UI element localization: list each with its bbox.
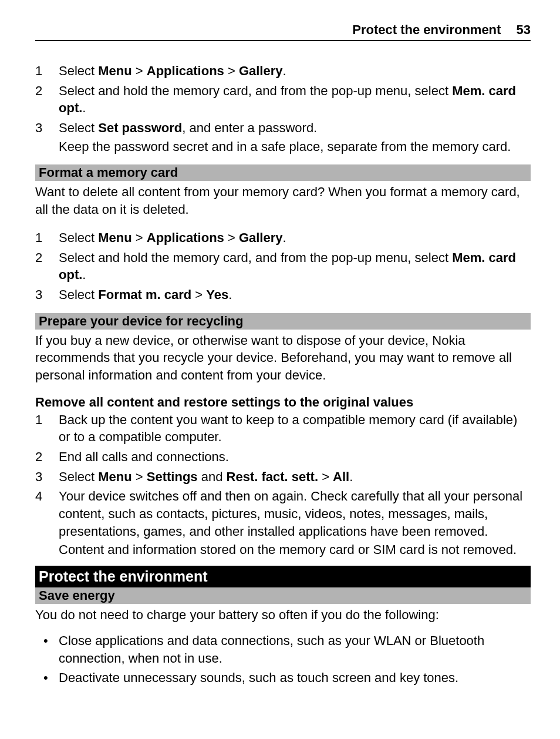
step-body: Select and hold the memory card, and fro… bbox=[59, 249, 531, 285]
step-body: End all calls and connections. bbox=[59, 448, 531, 467]
step-text: Back up the content you want to keep to … bbox=[59, 411, 531, 446]
step-number: 3 bbox=[35, 119, 59, 156]
step-item: 2Select and hold the memory card, and fr… bbox=[35, 249, 531, 285]
steps-set-password: 1Select Menu > Applications > Gallery.2S… bbox=[35, 62, 531, 156]
step-text: Select and hold the memory card, and fro… bbox=[59, 82, 531, 117]
step-number: 1 bbox=[35, 411, 59, 447]
step-number: 4 bbox=[35, 488, 59, 560]
step-text: End all calls and connections. bbox=[59, 448, 531, 466]
heading-save-energy: Save energy bbox=[35, 587, 531, 604]
steps-remove-content: 1Back up the content you want to keep to… bbox=[35, 411, 531, 560]
bullet-dot: • bbox=[35, 669, 59, 687]
bullet-item: •Close applications and data connections… bbox=[35, 632, 531, 667]
step-text: Select Set password, and enter a passwor… bbox=[59, 119, 531, 137]
step-body: Your device switches off and then on aga… bbox=[59, 488, 531, 560]
step-number: 1 bbox=[35, 229, 59, 248]
page: Protect the environment 53 1Select Menu … bbox=[0, 0, 560, 724]
step-body: Select Set password, and enter a passwor… bbox=[59, 119, 531, 156]
bullet-item: •Deactivate unnecessary sounds, such as … bbox=[35, 669, 531, 687]
page-number: 53 bbox=[505, 22, 531, 37]
bullets-save-energy: •Close applications and data connections… bbox=[35, 632, 531, 687]
step-item: 2Select and hold the memory card, and fr… bbox=[35, 82, 531, 118]
step-item: 3Select Menu > Settings and Rest. fact. … bbox=[35, 468, 531, 487]
para-save-energy: You do not need to charge your battery s… bbox=[35, 606, 531, 624]
step-body: Select Menu > Applications > Gallery. bbox=[59, 229, 531, 248]
step-body: Select Menu > Applications > Gallery. bbox=[59, 62, 531, 81]
step-text: Select Format m. card > Yes. bbox=[59, 286, 531, 304]
step-item: 1Back up the content you want to keep to… bbox=[35, 411, 531, 447]
header-title: Protect the environment bbox=[352, 22, 501, 37]
step-text: Your device switches off and then on aga… bbox=[59, 488, 531, 540]
step-item: 3Select Set password, and enter a passwo… bbox=[35, 119, 531, 156]
step-body: Select Format m. card > Yes. bbox=[59, 286, 531, 305]
step-item: 1Select Menu > Applications > Gallery. bbox=[35, 229, 531, 248]
step-number: 2 bbox=[35, 249, 59, 285]
subhead-remove-content: Remove all content and restore settings … bbox=[35, 395, 531, 410]
steps-format-card: 1Select Menu > Applications > Gallery.2S… bbox=[35, 229, 531, 305]
step-number: 2 bbox=[35, 448, 59, 467]
bullet-text: Deactivate unnecessary sounds, such as t… bbox=[59, 669, 531, 687]
step-number: 3 bbox=[35, 468, 59, 487]
heading-recycle: Prepare your device for recycling bbox=[35, 313, 531, 330]
section-protect-environment: Protect the environment bbox=[35, 566, 531, 587]
page-header: Protect the environment 53 bbox=[35, 22, 531, 41]
bullet-text: Close applications and data connections,… bbox=[59, 632, 531, 667]
para-recycle: If you buy a new device, or otherwise wa… bbox=[35, 332, 531, 384]
step-text: Select Menu > Applications > Gallery. bbox=[59, 229, 531, 247]
step-text: Select and hold the memory card, and fro… bbox=[59, 249, 531, 284]
step-text: Select Menu > Applications > Gallery. bbox=[59, 62, 531, 80]
step-body: Select Menu > Settings and Rest. fact. s… bbox=[59, 468, 531, 487]
step-item: 2End all calls and connections. bbox=[35, 448, 531, 467]
step-body: Select and hold the memory card, and fro… bbox=[59, 82, 531, 118]
para-format-card: Want to delete all content from your mem… bbox=[35, 183, 531, 218]
step-extra: Content and information stored on the me… bbox=[59, 541, 531, 559]
step-number: 1 bbox=[35, 62, 59, 81]
step-item: 3Select Format m. card > Yes. bbox=[35, 286, 531, 305]
step-item: 1Select Menu > Applications > Gallery. bbox=[35, 62, 531, 81]
step-text: Select Menu > Settings and Rest. fact. s… bbox=[59, 468, 531, 486]
heading-format-card: Format a memory card bbox=[35, 164, 531, 181]
step-extra: Keep the password secret and in a safe p… bbox=[59, 138, 531, 156]
bullet-dot: • bbox=[35, 632, 59, 667]
step-item: 4Your device switches off and then on ag… bbox=[35, 488, 531, 560]
step-number: 2 bbox=[35, 82, 59, 118]
step-number: 3 bbox=[35, 286, 59, 305]
step-body: Back up the content you want to keep to … bbox=[59, 411, 531, 447]
